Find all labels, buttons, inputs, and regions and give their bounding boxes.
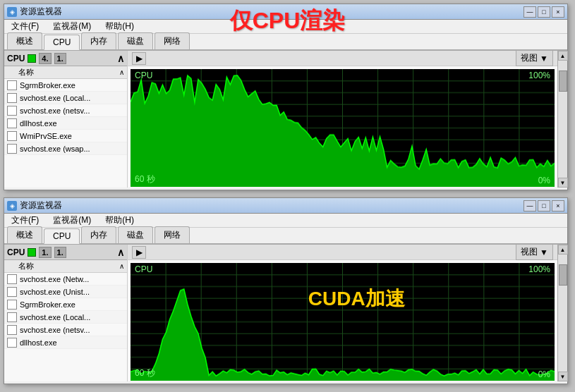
scroll-up-top[interactable]: ▲ — [558, 51, 568, 61]
chart-max-top: 100% — [528, 71, 550, 80]
list-item[interactable]: svchost.exe (Local... — [4, 311, 127, 324]
chart-max-bottom: 100% — [528, 264, 550, 274]
list-item[interactable]: svchost.exe (Local... — [4, 92, 127, 104]
process-name: svchost.exe (wsap... — [20, 145, 90, 153]
scroll-thumb-bottom[interactable] — [559, 264, 567, 286]
left-panel-top: CPU 4. 1. ∧ 名称 ∧ SgrmBroker.exe svchost.… — [4, 51, 128, 188]
list-item[interactable]: svchost.exe (netsv... — [4, 104, 127, 117]
menu-monitor-bottom[interactable]: 监视器(M) — [49, 213, 95, 228]
menu-file-top[interactable]: 文件(F) — [7, 19, 43, 34]
tab-overview-top[interactable]: 概述 — [7, 32, 42, 49]
title-bar-left: ◈ 资源监视器 — [7, 6, 62, 18]
process-name: svchost.exe (netsv... — [20, 326, 90, 334]
tab-disk-top[interactable]: 磁盘 — [118, 32, 153, 49]
chart-nav-btn-bottom[interactable]: ▶ — [132, 246, 146, 259]
title-bar-top: ◈ 资源监视器 — □ × — [4, 4, 567, 20]
chart-min-bottom: 0% — [538, 369, 550, 379]
process-checkbox[interactable] — [7, 325, 17, 335]
process-checkbox[interactable] — [7, 106, 17, 116]
tab-memory-top[interactable]: 内存 — [81, 32, 116, 49]
chart-time-bottom: 60 秒 — [135, 367, 155, 379]
scroll-thumb-top[interactable] — [559, 71, 567, 92]
process-checkbox[interactable] — [7, 80, 17, 90]
process-checkbox[interactable] — [7, 338, 17, 348]
right-panel-bottom: ▶ 视图 ▼ CPU 100% 60 秒 0% — [128, 245, 557, 381]
process-name: svchost.exe (Netw... — [20, 275, 89, 283]
chart-title-top: CPU — [135, 71, 152, 80]
chart-container-bottom: CPU 100% 60 秒 0% — [131, 263, 555, 381]
chart-nav-btn-top[interactable]: ▶ — [132, 52, 146, 65]
col-name-top: 名称 — [18, 67, 34, 78]
cpu-num1-bottom: 1. — [39, 247, 51, 258]
view-button-top[interactable]: 视图 ▼ — [516, 50, 553, 66]
process-checkbox[interactable] — [7, 93, 17, 103]
close-button-bottom[interactable]: × — [552, 200, 564, 212]
minimize-button-bottom[interactable]: — — [523, 200, 536, 212]
minimize-button-top[interactable]: — — [523, 6, 536, 18]
list-item[interactable]: SgrmBroker.exe — [4, 79, 127, 92]
cpu-num2-top: 1. — [54, 53, 66, 64]
process-name: WmiPrvSE.exe — [20, 132, 72, 140]
tab-cpu-top[interactable]: CPU — [44, 35, 80, 50]
list-item[interactable]: SgrmBroker.exe — [4, 298, 127, 311]
maximize-button-top[interactable]: □ — [538, 6, 550, 18]
chart-header-top: ▶ 视图 ▼ — [128, 51, 557, 66]
sort-arrow-top: ∧ — [119, 68, 124, 76]
close-button-top[interactable]: × — [552, 6, 564, 18]
process-checkbox[interactable] — [7, 144, 17, 154]
tab-disk-bottom[interactable]: 磁盘 — [118, 226, 153, 243]
process-name: svchost.exe (Local... — [20, 94, 90, 102]
list-item[interactable]: dllhost.exe — [4, 117, 127, 130]
view-button-bottom[interactable]: 视图 ▼ — [516, 244, 553, 260]
menu-monitor-top[interactable]: 监视器(M) — [49, 19, 95, 34]
process-name: svchost.exe (Unist... — [20, 288, 90, 296]
window-title-top: 资源监视器 — [20, 6, 62, 18]
window-title-bottom: 资源监视器 — [20, 200, 62, 212]
app-icon: ◈ — [7, 7, 17, 17]
title-bar-bottom: ◈ 资源监视器 — □ × — [4, 198, 567, 214]
tab-bar-top: 概述 CPU 内存 磁盘 网络 — [4, 34, 567, 51]
list-item[interactable]: svchost.exe (Unist... — [4, 286, 127, 298]
list-item[interactable]: svchost.exe (wsap... — [4, 142, 127, 155]
list-item[interactable]: dllhost.exe — [4, 336, 127, 349]
tab-memory-bottom[interactable]: 内存 — [81, 226, 116, 243]
process-list-top: SgrmBroker.exe svchost.exe (Local... svc… — [4, 79, 127, 188]
tab-network-bottom[interactable]: 网络 — [155, 226, 190, 243]
cpu-num1-top: 4. — [39, 53, 51, 64]
expand-icon-top[interactable]: ∧ — [117, 53, 124, 64]
view-label-bottom: 视图 — [521, 246, 538, 258]
process-checkbox[interactable] — [7, 118, 17, 128]
process-checkbox[interactable] — [7, 312, 17, 322]
maximize-button-bottom[interactable]: □ — [538, 200, 550, 212]
menu-help-bottom[interactable]: 帮助(H) — [101, 213, 138, 228]
scroll-down-top[interactable]: ▼ — [558, 178, 568, 188]
scroll-down-bottom[interactable]: ▼ — [558, 372, 568, 381]
process-name: SgrmBroker.exe — [20, 81, 75, 90]
process-checkbox[interactable] — [7, 300, 17, 310]
tab-cpu-bottom[interactable]: CPU — [44, 228, 80, 244]
tab-bar-bottom: 概述 CPU 内存 磁盘 网络 — [4, 228, 567, 245]
menu-file-bottom[interactable]: 文件(F) — [7, 213, 43, 228]
scrollbar-top: ▲ ▼ — [557, 51, 567, 188]
list-item[interactable]: WmiPrvSE.exe — [4, 130, 127, 142]
process-checkbox[interactable] — [7, 274, 17, 284]
cpu-chart-bottom — [131, 263, 555, 381]
left-panel-bottom: CPU 1. 1. ∧ 名称 ∧ svchost.exe (Netw... sv… — [4, 245, 128, 381]
process-name: svchost.exe (netsv... — [20, 106, 90, 115]
tab-overview-bottom[interactable]: 概述 — [7, 226, 42, 243]
app-icon-bottom: ◈ — [7, 201, 17, 211]
right-panel-top: ▶ 视图 ▼ CPU 100% 60 秒 0% — [128, 51, 557, 188]
cpu-indicator-bottom — [28, 248, 36, 257]
process-name: SgrmBroker.exe — [20, 300, 75, 309]
window-top: ◈ 资源监视器 — □ × 文件(F) 监视器(M) 帮助(H) 概述 CPU … — [4, 4, 568, 190]
cpu-num2-bottom: 1. — [54, 247, 66, 258]
menu-help-top[interactable]: 帮助(H) — [101, 19, 138, 34]
process-checkbox[interactable] — [7, 131, 17, 141]
expand-icon-bottom[interactable]: ∧ — [117, 247, 124, 258]
list-item[interactable]: svchost.exe (netsv... — [4, 324, 127, 336]
window-controls-top: — □ × — [523, 6, 564, 18]
scroll-up-bottom[interactable]: ▲ — [558, 245, 568, 255]
tab-network-top[interactable]: 网络 — [155, 32, 190, 49]
list-item[interactable]: svchost.exe (Netw... — [4, 273, 127, 286]
process-checkbox[interactable] — [7, 287, 17, 297]
